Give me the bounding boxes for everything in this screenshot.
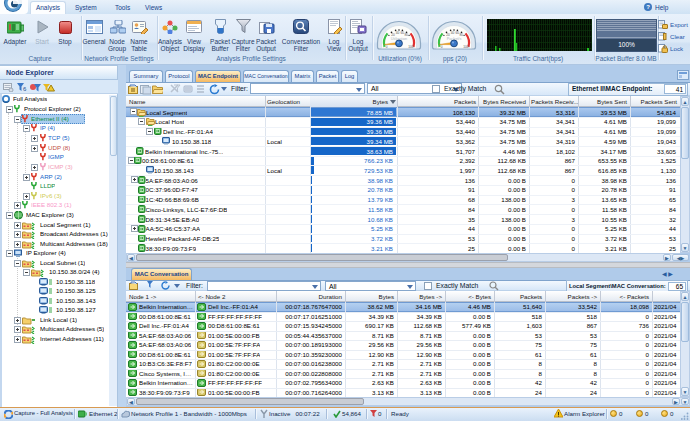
svg-text:100: 100 (408, 45, 414, 49)
svg-text:40: 40 (451, 31, 455, 35)
svg-text:0: 0 (386, 45, 388, 49)
svg-text:100: 100 (463, 45, 469, 49)
svg-text:0: 0 (441, 45, 443, 49)
svg-text:40: 40 (396, 31, 400, 35)
svg-text:6: 6 (23, 86, 27, 92)
